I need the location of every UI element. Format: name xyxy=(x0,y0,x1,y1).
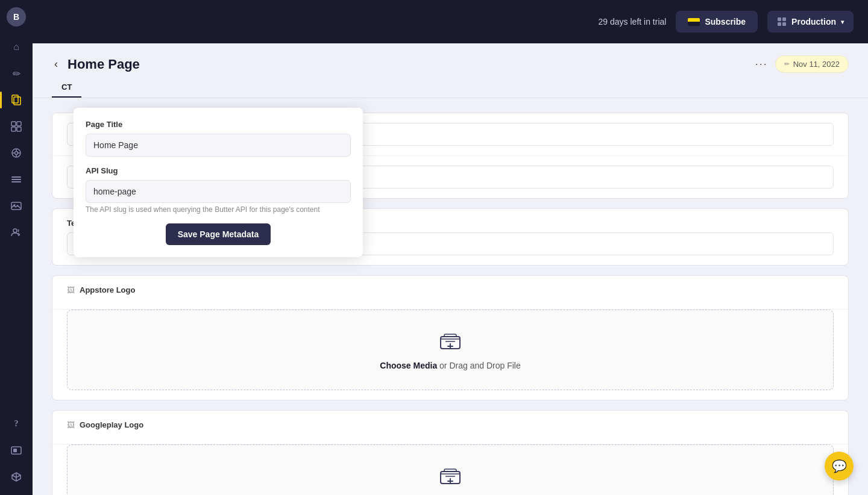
sidebar-item-console[interactable] xyxy=(0,440,33,461)
console-icon[interactable] xyxy=(5,440,27,461)
svg-rect-25 xyxy=(444,334,456,337)
subscribe-button[interactable]: Subscribe xyxy=(676,11,758,33)
flag-icon xyxy=(688,18,700,26)
content-panel: Page Title API Slug The API slug is used… xyxy=(33,98,868,495)
upload-icon-2 xyxy=(436,464,465,488)
date-badge: ✏ Nov 11, 2022 xyxy=(775,55,849,73)
save-metadata-button[interactable]: Save Page Metadata xyxy=(166,223,271,245)
appstore-upload-text: Choose Media or Drag and Drop File xyxy=(380,361,520,370)
page-title: Home Page xyxy=(68,57,140,72)
tab-ct[interactable]: CT xyxy=(52,78,81,98)
sidebar-item-integrations[interactable] xyxy=(0,142,33,164)
appstore-logo-upload[interactable]: Choose Media or Drag and Drop File xyxy=(67,310,834,390)
svg-rect-21 xyxy=(782,17,786,21)
svg-point-7 xyxy=(15,152,18,155)
image-icon-googleplay: 🖼 xyxy=(67,420,75,429)
svg-rect-1 xyxy=(14,97,20,105)
googleplay-logo-row: 🖼 Googleplay Logo xyxy=(52,411,848,444)
main-area: 29 days left in trial Subscribe Producti… xyxy=(33,0,868,495)
svg-rect-14 xyxy=(11,181,21,182)
tab-bar: CT xyxy=(33,73,868,98)
pencil-icon: ✏ xyxy=(784,60,790,68)
appstore-logo-row: 🖼 Appstore Logo xyxy=(52,276,848,310)
sidebar-item-help[interactable]: ? xyxy=(0,413,33,435)
topbar: 29 days left in trial Subscribe Producti… xyxy=(33,0,868,43)
header-actions: ··· ✏ Nov 11, 2022 xyxy=(755,55,849,73)
image-icon-appstore: 🖼 xyxy=(67,285,75,294)
svg-rect-20 xyxy=(778,17,781,21)
chat-icon: 💬 xyxy=(832,459,847,473)
sidebar-item-blog[interactable]: ✏ xyxy=(0,63,33,84)
api-slug-label: API Slug xyxy=(86,166,351,175)
svg-rect-4 xyxy=(11,127,16,131)
avatar[interactable]: B xyxy=(7,7,26,26)
svg-rect-12 xyxy=(11,176,21,178)
svg-rect-2 xyxy=(11,122,16,126)
appstore-logo-label: Appstore Logo xyxy=(80,285,135,294)
svg-rect-22 xyxy=(778,22,781,26)
sidebar-item-home[interactable]: ⌂ xyxy=(0,36,33,58)
googleplay-logo-section: 🖼 Googleplay Logo Choo xyxy=(52,410,849,495)
svg-rect-23 xyxy=(782,22,786,26)
svg-rect-13 xyxy=(11,179,21,180)
page-title-label: Page Title xyxy=(86,120,351,129)
svg-rect-19 xyxy=(13,449,17,452)
sidebar-item-media[interactable] xyxy=(0,195,33,217)
box-icon[interactable] xyxy=(5,466,27,488)
svg-rect-27 xyxy=(444,469,456,472)
media-icon[interactable] xyxy=(5,195,27,217)
users-icon[interactable] xyxy=(5,222,27,243)
googleplay-logo-upload[interactable]: Choose Media or Drag and Drop File xyxy=(67,444,834,495)
more-options-button[interactable]: ··· xyxy=(755,58,768,70)
metadata-popup: Page Title API Slug The API slug is used… xyxy=(74,108,363,257)
collections-icon[interactable] xyxy=(5,169,27,190)
back-button[interactable]: ‹ xyxy=(52,55,60,73)
production-icon xyxy=(777,17,787,26)
chat-button[interactable]: 💬 xyxy=(825,452,854,481)
date-label: Nov 11, 2022 xyxy=(793,60,840,69)
trial-text: 29 days left in trial xyxy=(599,17,667,26)
grid-icon[interactable] xyxy=(5,116,27,137)
upload-icon xyxy=(436,329,465,353)
sidebar: B ⌂ ✏ xyxy=(0,0,33,495)
api-slug-input[interactable] xyxy=(86,180,351,203)
sidebar-item-collections[interactable] xyxy=(0,169,33,190)
googleplay-logo-label: Googleplay Logo xyxy=(80,420,143,429)
production-button[interactable]: Production ▾ xyxy=(767,11,854,33)
help-icon[interactable]: ? xyxy=(5,413,27,435)
sidebar-item-pages[interactable] xyxy=(0,89,33,111)
svg-rect-5 xyxy=(17,127,21,131)
integrations-icon[interactable] xyxy=(5,142,27,164)
sidebar-item-users[interactable] xyxy=(0,222,33,243)
slug-hint: The API slug is used when querying the B… xyxy=(86,205,351,214)
page-header: ‹ Home Page ··· ✏ Nov 11, 2022 xyxy=(33,43,868,73)
pages-icon[interactable] xyxy=(5,89,27,111)
blog-icon[interactable]: ✏ xyxy=(5,63,27,84)
svg-rect-3 xyxy=(17,122,21,126)
page-title-input[interactable] xyxy=(86,134,351,157)
svg-point-17 xyxy=(13,229,17,232)
sidebar-item-box[interactable] xyxy=(0,466,33,488)
content-area: ‹ Home Page ··· ✏ Nov 11, 2022 CT Page T… xyxy=(33,43,868,495)
home-icon[interactable]: ⌂ xyxy=(5,36,27,58)
svg-rect-0 xyxy=(12,95,18,103)
sidebar-item-grid[interactable] xyxy=(0,116,33,137)
appstore-logo-section: 🖼 Appstore Logo Choose xyxy=(52,275,849,400)
chevron-down-icon: ▾ xyxy=(841,19,844,25)
